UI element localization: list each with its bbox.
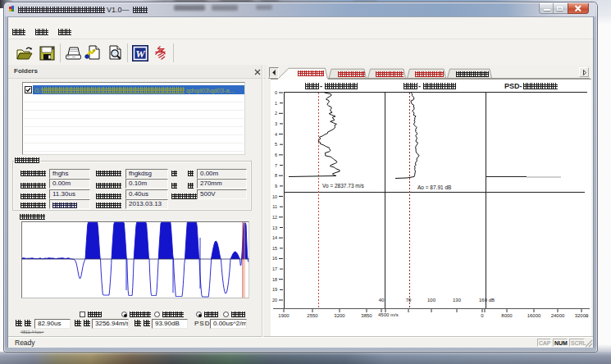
svg-text:Vo = 2837.73 m/s: Vo = 2837.73 m/s [322,183,365,189]
svg-text:19: 19 [272,287,277,292]
svg-text:4500 m/s: 4500 m/s [378,312,399,317]
svg-text:6: 6 [275,152,277,157]
svg-text:24000: 24000 [551,313,565,318]
svg-text:20: 20 [272,298,277,303]
svg-text:8000: 8000 [501,313,513,318]
svg-text:3: 3 [275,121,277,126]
svg-text:11: 11 [272,204,277,209]
svg-text:7: 7 [275,163,277,168]
svg-text:0: 0 [275,90,277,95]
svg-text:1900: 1900 [278,313,290,318]
svg-text:Ao = 87.91 dB: Ao = 87.91 dB [417,184,451,190]
svg-text:130: 130 [453,298,462,303]
svg-text:17: 17 [272,266,277,271]
svg-text:40: 40 [379,298,385,303]
svg-text:16000: 16000 [527,313,541,318]
svg-text:16: 16 [272,256,277,261]
svg-text:2: 2 [275,111,277,116]
svg-text:18: 18 [272,277,277,282]
svg-text:10: 10 [272,194,277,199]
svg-text:u: u [586,313,588,318]
svg-text:3850: 3850 [361,313,372,318]
svg-text:13: 13 [272,225,277,230]
svg-text:12: 12 [272,215,277,220]
svg-text:5: 5 [275,142,277,147]
svg-text:1: 1 [275,101,277,106]
svg-text:2550: 2550 [307,313,318,318]
svg-text:4: 4 [275,132,277,137]
svg-text:3200: 3200 [334,313,345,318]
svg-text:70: 70 [406,298,412,303]
svg-text:W: W [135,48,146,60]
svg-text:160 dB: 160 dB [479,298,495,303]
svg-text:8: 8 [275,173,277,178]
svg-text:9: 9 [275,184,277,189]
svg-text:100: 100 [427,298,436,303]
svg-text:14: 14 [272,235,277,240]
svg-text:15: 15 [272,246,277,251]
svg-text:0: 0 [481,313,484,318]
